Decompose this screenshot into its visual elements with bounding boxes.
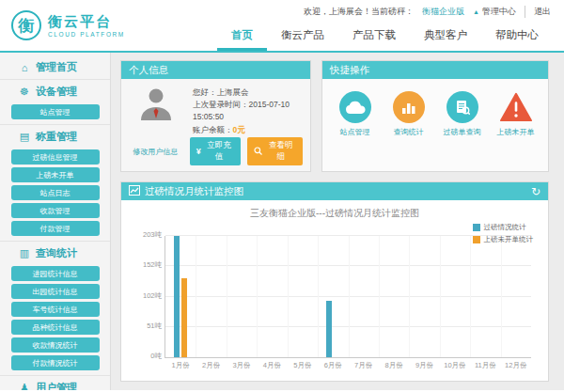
- gridline-v: [349, 236, 350, 357]
- yen-icon: ¥: [196, 147, 201, 156]
- y-axis-label: 203吨: [124, 230, 162, 240]
- logo-text: 衡云平台 CLOUD PLATFORM: [48, 13, 125, 38]
- sidebar-section-1[interactable]: ☸设备管理: [0, 79, 110, 103]
- gridline-v: [227, 236, 227, 357]
- sidebar-section-items-1: 站点管理: [0, 103, 110, 124]
- legend-swatch: [473, 236, 480, 243]
- bar-primary[interactable]: [326, 301, 332, 357]
- quick-action-label: 站点管理: [333, 128, 378, 137]
- gridline-v: [196, 236, 196, 357]
- gridline-v: [318, 236, 319, 357]
- quick-action-query-stats[interactable]: 查询统计: [386, 91, 431, 137]
- nav-item-customers[interactable]: 典型客户: [410, 23, 481, 51]
- nav-item-help[interactable]: 帮助中心: [481, 23, 553, 51]
- x-axis-label: 11月份: [475, 361, 496, 370]
- chart-panel: 过磅情况月统计监控图 ↻ 三友衡猫企业版---过磅情况月统计监控图 过磅情况统计…: [120, 181, 549, 382]
- x-axis-label: 2月份: [202, 361, 220, 370]
- bar-secondary[interactable]: [181, 278, 187, 357]
- sidebar-item[interactable]: 收款管理: [11, 203, 100, 218]
- admin-center[interactable]: ▲ 管理中心: [473, 6, 516, 18]
- refresh-icon[interactable]: ↻: [531, 185, 540, 198]
- quick-action-weigh-ticket-query[interactable]: 过磅单查询: [440, 91, 485, 137]
- legend-item[interactable]: 过磅情况统计: [473, 223, 534, 232]
- home-icon: ⌂: [19, 62, 30, 73]
- logout-link[interactable]: 退出: [525, 6, 551, 18]
- current-scale-link[interactable]: 衡猫企业版: [422, 6, 464, 18]
- brand-logo[interactable]: 衡 衡云平台 CLOUD PLATFORM: [0, 0, 174, 51]
- view-detail-button[interactable]: 查看明细: [247, 137, 303, 165]
- gridline-v: [379, 236, 380, 357]
- header-right: 欢迎，上海展会！当前磅秤： 衡猫企业版 ▲ 管理中心 退出 首页衡云产品产品下载…: [174, 0, 564, 51]
- welcome-text: 欢迎，上海展会！当前磅秤：: [304, 6, 414, 18]
- sidebar-item[interactable]: 付款管理: [11, 221, 100, 236]
- recharge-label: 立即充值: [204, 140, 235, 163]
- sidebar-section-label: 管理首页: [36, 60, 77, 74]
- detail-label: 查看明细: [265, 140, 296, 163]
- sidebar-item[interactable]: 过磅信息管理: [11, 149, 100, 165]
- sidebar-section-items-2: 过磅信息管理上磅未开单站点日志收款管理付款管理: [0, 149, 110, 241]
- nav-item-downloads[interactable]: 产品下载: [338, 23, 410, 51]
- legend-label: 上磅未开单统计: [484, 235, 534, 244]
- greeting-label: 您好：: [193, 87, 217, 97]
- sidebar-section-label: 称重管理: [36, 130, 77, 144]
- sidebar-section-label: 设备管理: [36, 85, 77, 99]
- quick-actions-title: 快捷操作: [330, 64, 369, 77]
- admin-center-link[interactable]: 管理中心: [482, 6, 516, 18]
- sidebar-item[interactable]: 车号统计信息: [11, 302, 100, 317]
- sidebar-item[interactable]: 站点管理: [11, 104, 100, 119]
- gridline-v: [470, 236, 471, 357]
- gridline-v: [501, 236, 502, 357]
- sidebar-item[interactable]: 进园统计信息: [11, 266, 100, 281]
- quick-action-label: 过磅单查询: [440, 128, 485, 137]
- admin-center-icon: ▲: [473, 8, 479, 15]
- sidebar-section-label: 用户管理: [36, 381, 77, 390]
- quick-action-label: 上磅未开单: [494, 128, 539, 137]
- x-axis-label: 1月份: [172, 361, 190, 370]
- quick-actions-body: 站点管理查询统计过磅单查询上磅未开单: [322, 79, 548, 171]
- sidebar-section-label: 查询统计: [36, 246, 77, 260]
- chart-plot-area: 0吨51吨102吨152吨203吨1月份2月份3月份4月份5月份6月份7月份8月…: [164, 236, 531, 358]
- sidebar-item[interactable]: 上磅未开单: [11, 167, 100, 182]
- quick-actions-header: 快捷操作: [322, 61, 548, 79]
- x-axis-label: 9月份: [415, 361, 433, 370]
- sidebar-section-3[interactable]: ▥查询统计: [0, 241, 110, 265]
- sidebar-item[interactable]: 站点日志: [11, 185, 100, 200]
- edit-user-link[interactable]: 修改用户信息: [129, 147, 182, 157]
- top-panels: 个人信息 您好：上海展会 上次登录时间：2015-07-10: [120, 60, 549, 172]
- avatar: [138, 86, 174, 125]
- nav-item-products[interactable]: 衡云产品: [267, 23, 338, 51]
- sidebar-section-2[interactable]: ▤称重管理: [0, 124, 110, 149]
- recharge-button[interactable]: ¥ 立即充值: [190, 137, 242, 165]
- gear-icon: ☸: [19, 86, 30, 98]
- quick-action-site-management[interactable]: 站点管理: [333, 91, 378, 137]
- personal-info-header: 个人信息: [121, 61, 310, 79]
- page-body: ⌂管理首页☸设备管理站点管理▤称重管理过磅信息管理上磅未开单站点日志收款管理付款…: [0, 53, 564, 390]
- sidebar-section-0[interactable]: ⌂管理首页: [0, 53, 110, 79]
- chart-panel-title: 过磅情况月统计监控图: [145, 185, 243, 198]
- sidebar-item[interactable]: 付款情况统计: [11, 355, 100, 370]
- y-axis-label: 51吨: [124, 321, 162, 331]
- bar-chart-icon: [393, 91, 425, 123]
- sidebar-section-4[interactable]: ♟用户管理: [0, 375, 110, 390]
- chart-icon: [129, 185, 140, 197]
- nav-item-home[interactable]: 首页: [217, 23, 267, 51]
- warning-icon: [500, 91, 532, 123]
- quick-action-unticketed-weigh[interactable]: 上磅未开单: [494, 91, 539, 137]
- sidebar-item[interactable]: 品种统计信息: [11, 320, 100, 335]
- last-login-label: 上次登录时间：: [193, 100, 249, 109]
- cloud-icon: [339, 91, 371, 123]
- balance-label: 账户余额：: [193, 125, 233, 134]
- legend-item[interactable]: 上磅未开单统计: [473, 235, 534, 244]
- x-axis-label: 5月份: [293, 361, 311, 370]
- sidebar-item[interactable]: 出园统计信息: [11, 284, 100, 299]
- x-axis-label: 3月份: [232, 361, 250, 370]
- welcome-bar: 欢迎，上海展会！当前磅秤： 衡猫企业版 ▲ 管理中心 退出: [304, 0, 564, 18]
- personal-info-bottom: 修改用户信息 ¥ 立即充值 查看明细: [129, 137, 303, 165]
- sidebar-item[interactable]: 收款情况统计: [11, 337, 100, 353]
- x-axis-label: 10月份: [444, 361, 465, 370]
- bar-primary[interactable]: [174, 236, 180, 357]
- main-nav: 首页衡云产品产品下载典型客户帮助中心: [217, 23, 564, 51]
- last-login-line: 上次登录时间：2015-07-10: [193, 99, 290, 111]
- greeting-value: 上海展会: [217, 87, 249, 97]
- x-axis-label: 6月份: [324, 361, 342, 370]
